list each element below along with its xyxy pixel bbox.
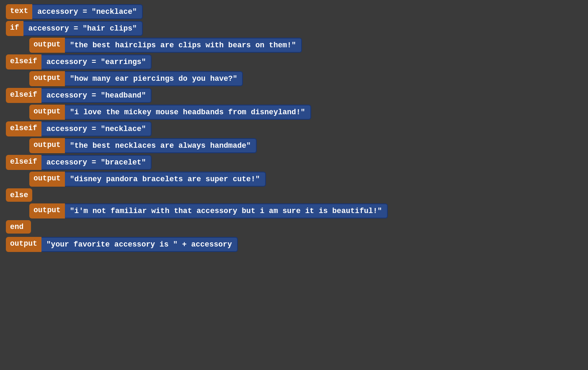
else-row: else bbox=[6, 188, 582, 202]
output-combined-1[interactable]: output "how many ear piercings do you ha… bbox=[29, 71, 243, 86]
elseif-keyword-1[interactable]: elseif bbox=[6, 54, 41, 69]
if-combined-block[interactable]: if accessory = "hair clips" bbox=[6, 21, 143, 36]
elseif-keyword-2[interactable]: elseif bbox=[6, 88, 41, 103]
output-combined-5[interactable]: output "i'm not familiar with that acces… bbox=[29, 203, 388, 218]
elseif-keyword-4[interactable]: elseif bbox=[6, 155, 41, 170]
output-combined-2[interactable]: output "i love the mickey mouse headband… bbox=[29, 105, 311, 120]
output-str-5[interactable]: "i'm not familiar with that accessory bu… bbox=[65, 203, 388, 218]
accessory-var: accessory bbox=[37, 8, 78, 16]
output-keyword-3[interactable]: output bbox=[29, 138, 65, 153]
end-keyword[interactable]: end bbox=[6, 220, 31, 234]
elseif-row-3: elseif accessory = "necklace" bbox=[6, 121, 582, 136]
output-row-0: output "the best hairclips are clips wit… bbox=[6, 38, 582, 53]
elseif-var-2: accessory bbox=[46, 91, 87, 100]
elseif-var-4: accessory bbox=[46, 158, 87, 167]
elseif-cond-4[interactable]: accessory = "bracelet" bbox=[41, 155, 152, 170]
bottom-output-combined[interactable]: output "your favorite accessory is " + a… bbox=[6, 237, 238, 252]
elseif-combined-2[interactable]: elseif accessory = "headband" bbox=[6, 88, 152, 103]
output-keyword-4[interactable]: output bbox=[29, 172, 65, 187]
output-row-5: output "i'm not familiar with that acces… bbox=[6, 203, 582, 218]
text-combined-block[interactable]: text accessory = "necklace" bbox=[6, 4, 143, 19]
elseif-combined-4[interactable]: elseif accessory = "bracelet" bbox=[6, 155, 152, 170]
text-value-block[interactable]: accessory = "necklace" bbox=[32, 4, 143, 19]
if-condition-block[interactable]: accessory = "hair clips" bbox=[23, 21, 143, 36]
output-str-0[interactable]: "the best hairclips are clips with bears… bbox=[65, 38, 302, 53]
elseif-val-1: "earrings" bbox=[101, 58, 146, 66]
elseif-cond-3[interactable]: accessory = "necklace" bbox=[41, 121, 152, 136]
eq-sign: = bbox=[83, 8, 92, 16]
elseif-var-1: accessory bbox=[46, 58, 87, 66]
if-row: if accessory = "hair clips" bbox=[6, 21, 582, 36]
output-str-4[interactable]: "disney pandora bracelets are super cute… bbox=[65, 172, 266, 187]
output-combined-0[interactable]: output "the best hairclips are clips wit… bbox=[29, 38, 302, 53]
output-combined-3[interactable]: output "the best necklaces are always ha… bbox=[29, 138, 257, 153]
elseif-row-4: elseif accessory = "bracelet" bbox=[6, 155, 582, 170]
elseif-keyword-3[interactable]: elseif bbox=[6, 121, 41, 136]
output-row-1: output "how many ear piercings do you ha… bbox=[6, 71, 582, 86]
elseif-var-3: accessory bbox=[46, 125, 87, 133]
output-str-3[interactable]: "the best necklaces are always handmade" bbox=[65, 138, 257, 153]
elseif-row-1: elseif accessory = "earrings" bbox=[6, 54, 582, 69]
elseif-row-2: elseif accessory = "headband" bbox=[6, 88, 582, 103]
else-keyword[interactable]: else bbox=[6, 188, 32, 202]
if-var: accessory bbox=[28, 24, 69, 33]
output-row-4: output "disney pandora bracelets are sup… bbox=[6, 172, 582, 187]
output-str-2[interactable]: "i love the mickey mouse headbands from … bbox=[65, 105, 311, 120]
bottom-output-row: output "your favorite accessory is " + a… bbox=[6, 237, 582, 252]
output-str-1[interactable]: "how many ear piercings do you have?" bbox=[65, 71, 243, 86]
necklace-val: "necklace" bbox=[92, 8, 137, 16]
elseif-val-4: "bracelet" bbox=[101, 158, 146, 167]
elseif-cond-1[interactable]: accessory = "earrings" bbox=[41, 54, 152, 69]
text-assignment-row: text accessory = "necklace" bbox=[6, 4, 582, 19]
output-keyword-2[interactable]: output bbox=[29, 105, 65, 120]
elseif-combined-1[interactable]: elseif accessory = "earrings" bbox=[6, 54, 152, 69]
output-row-3: output "the best necklaces are always ha… bbox=[6, 138, 582, 153]
output-row-2: output "i love the mickey mouse headband… bbox=[6, 105, 582, 120]
if-val: "hair clips" bbox=[83, 24, 137, 33]
output-keyword-0[interactable]: output bbox=[29, 38, 65, 53]
elseif-combined-3[interactable]: elseif accessory = "necklace" bbox=[6, 121, 152, 136]
if-keyword[interactable]: if bbox=[6, 21, 23, 36]
output-keyword-5[interactable]: output bbox=[29, 203, 65, 218]
end-row: end bbox=[6, 220, 582, 234]
bottom-output-keyword[interactable]: output bbox=[6, 237, 41, 252]
output-keyword-1[interactable]: output bbox=[29, 71, 65, 86]
text-keyword[interactable]: text bbox=[6, 4, 32, 19]
elseif-val-3: "necklace" bbox=[101, 125, 146, 133]
output-combined-4[interactable]: output "disney pandora bracelets are sup… bbox=[29, 172, 266, 187]
elseif-cond-2[interactable]: accessory = "headband" bbox=[41, 88, 152, 103]
elseif-val-2: "headband" bbox=[101, 91, 146, 100]
bottom-output-str[interactable]: "your favorite accessory is " + accessor… bbox=[41, 237, 238, 252]
